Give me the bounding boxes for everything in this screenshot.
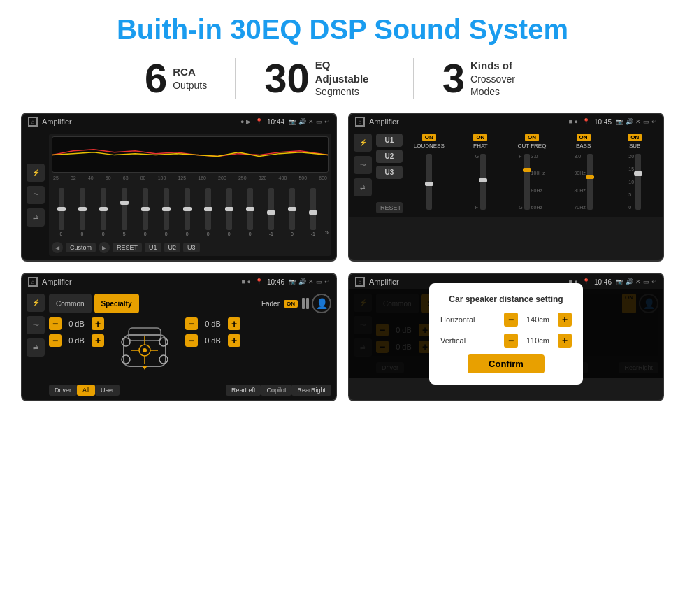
btn-all[interactable]: All xyxy=(77,385,95,396)
fader-main-content: Common Specialty Fader ON xyxy=(49,294,331,396)
modal-vertical-plus[interactable]: + xyxy=(558,334,572,348)
eq-prev-btn[interactable]: ◀ xyxy=(52,242,63,253)
eq-status-bar: ⌂ Amplifier ● ▶ 📍 10:44 📷 🔊 ✕ ▭ ↩ xyxy=(22,114,336,129)
vol-plus-1[interactable]: + xyxy=(92,317,104,330)
slider-2[interactable]: 0 xyxy=(73,188,92,236)
dsp-cutfreq-channel: ON CUT FREQ FG 3.0100Hz80Hz60Hz xyxy=(508,134,556,213)
eq-sidebar-btn-2[interactable]: 〜 xyxy=(27,186,45,204)
dsp-reset-btn[interactable]: RESET xyxy=(376,202,403,213)
slider-1[interactable]: 0 xyxy=(52,188,71,236)
slider-10[interactable]: 0 xyxy=(240,188,259,236)
fader-left-vols: − 0 dB + − 0 dB + xyxy=(49,317,104,380)
modal-horizontal-label: Horizontal xyxy=(440,315,475,324)
loudness-on-badge[interactable]: ON xyxy=(422,134,436,141)
modal-dialog: Car speaker distance setting Horizontal … xyxy=(429,283,583,385)
eq-u1-btn[interactable]: U1 xyxy=(145,243,161,252)
dsp-phat-channel: ON PHAT GF xyxy=(457,134,505,213)
vol-plus-4[interactable]: + xyxy=(228,334,240,347)
cutfreq-on-badge[interactable]: ON xyxy=(525,134,539,141)
slider-3[interactable]: 0 xyxy=(94,188,113,236)
btn-driver[interactable]: Driver xyxy=(49,385,77,396)
modal-vertical-minus[interactable]: − xyxy=(504,334,518,348)
dsp-screen-time: 10:45 xyxy=(594,118,612,126)
vol-minus-2[interactable]: − xyxy=(49,334,62,347)
modal-confirm-button[interactable]: Confirm xyxy=(468,354,545,373)
fader-sidebar-btn-3[interactable]: ⇄ xyxy=(27,338,45,357)
dsp-sidebar-btn-3[interactable]: ⇄ xyxy=(354,178,372,196)
eq-sidebar-btn-1[interactable]: ⚡ xyxy=(27,164,45,182)
modal-title: Car speaker distance setting xyxy=(440,294,572,304)
vol-plus-2[interactable]: + xyxy=(92,334,104,347)
dsp-screen-title: Amplifier xyxy=(369,117,565,126)
slider-13[interactable]: -1 xyxy=(303,188,322,236)
vol-minus-1[interactable]: − xyxy=(49,317,62,330)
svg-point-3 xyxy=(143,348,147,352)
stat-eq-sublabel: Segments xyxy=(315,86,359,97)
eq-u3-btn[interactable]: U3 xyxy=(183,243,200,252)
fader-label: Fader xyxy=(261,300,280,308)
car-diagram xyxy=(110,317,180,380)
fader-sidebar-btn-1[interactable]: ⚡ xyxy=(27,294,45,312)
slider-4[interactable]: 5 xyxy=(115,188,134,236)
modal-horizontal-plus[interactable]: + xyxy=(558,313,572,327)
dsp-u1-btn[interactable]: U1 xyxy=(376,134,403,147)
modal-vertical-label: Vertical xyxy=(440,336,466,345)
fader-right-vols: − 0 dB + − 0 dB + xyxy=(185,317,240,380)
slider-9[interactable]: 0 xyxy=(219,188,238,236)
modal-horizontal-minus[interactable]: − xyxy=(504,313,518,327)
vol-minus-3[interactable]: − xyxy=(185,317,198,330)
eq-reset-btn[interactable]: RESET xyxy=(113,243,142,252)
eq-screen-card: ⌂ Amplifier ● ▶ 📍 10:44 📷 🔊 ✕ ▭ ↩ ⚡ 〜 xyxy=(21,113,337,262)
slider-5[interactable]: 0 xyxy=(136,188,154,236)
fader-status-bar: ⌂ Amplifier ■ ● 📍 10:46 📷 🔊 ✕ ▭ ↩ xyxy=(22,274,336,289)
tab-common[interactable]: Common xyxy=(49,294,92,313)
user-icon[interactable]: 👤 xyxy=(312,294,331,313)
dsp-sidebar: ⚡ 〜 ⇄ xyxy=(354,134,373,213)
tab-specialty[interactable]: Specialty xyxy=(94,294,139,313)
svg-point-9 xyxy=(122,338,130,346)
sub-on-badge[interactable]: ON xyxy=(628,134,642,141)
phat-on-badge[interactable]: ON xyxy=(473,134,487,141)
btn-rearright[interactable]: RearRight xyxy=(291,385,331,396)
fader-home-icon[interactable]: ⌂ xyxy=(28,277,38,287)
modal-vertical-value: 110cm xyxy=(522,336,554,345)
vol-value-2: 0 dB xyxy=(64,336,89,345)
btn-user[interactable]: User xyxy=(95,385,120,396)
vol-control-2: − 0 dB + xyxy=(49,334,104,347)
dsp-bass-channel: ON BASS 3.090Hz80Hz70Hz xyxy=(560,134,607,213)
dsp-u3-btn[interactable]: U3 xyxy=(376,166,403,179)
bass-on-badge[interactable]: ON xyxy=(577,134,591,141)
dsp-home-icon[interactable]: ⌂ xyxy=(355,117,365,127)
modal-horizontal-control: − 140cm + xyxy=(504,313,572,327)
dsp-sidebar-btn-2[interactable]: 〜 xyxy=(354,156,372,174)
slider-6[interactable]: 0 xyxy=(157,188,175,236)
eq-u2-btn[interactable]: U2 xyxy=(164,243,181,252)
eq-custom-btn[interactable]: Custom xyxy=(66,243,96,252)
vol-minus-4[interactable]: − xyxy=(185,334,198,347)
stat-rca-number: 6 xyxy=(145,58,167,99)
home-icon[interactable]: ⌂ xyxy=(28,117,38,127)
eq-sidebar-btn-3[interactable]: ⇄ xyxy=(27,208,45,227)
svg-marker-8 xyxy=(142,366,147,370)
eq-screen-time: 10:44 xyxy=(267,118,284,126)
slider-11[interactable]: -1 xyxy=(261,188,280,236)
modal-home-icon[interactable]: ⌂ xyxy=(355,277,365,287)
btn-copilot[interactable]: Copilot xyxy=(261,385,291,396)
eq-next-btn[interactable]: ▶ xyxy=(99,242,110,253)
stat-rca: 6 RCA Outputs xyxy=(117,58,236,99)
slider-7[interactable]: 0 xyxy=(178,188,196,236)
stat-eq: 30 EQ Adjustable Segments xyxy=(236,58,414,99)
cutfreq-label: CUT FREQ xyxy=(518,143,547,149)
fader-sidebar-btn-2[interactable]: 〜 xyxy=(27,316,45,334)
btn-rearleft[interactable]: RearLeft xyxy=(226,385,261,396)
modal-vertical-row: Vertical − 110cm + xyxy=(440,334,572,348)
dsp-u2-btn[interactable]: U2 xyxy=(376,150,403,163)
vol-plus-3[interactable]: + xyxy=(228,317,240,330)
vol-value-4: 0 dB xyxy=(201,336,225,345)
slider-8[interactable]: 0 xyxy=(199,188,217,236)
slider-12[interactable]: 0 xyxy=(282,188,301,236)
dsp-sub-channel: ON SUB 20151050 xyxy=(611,134,658,213)
fader-on-badge[interactable]: ON xyxy=(284,300,298,308)
dsp-sidebar-btn-1[interactable]: ⚡ xyxy=(354,134,372,152)
eq-graph xyxy=(52,136,329,173)
